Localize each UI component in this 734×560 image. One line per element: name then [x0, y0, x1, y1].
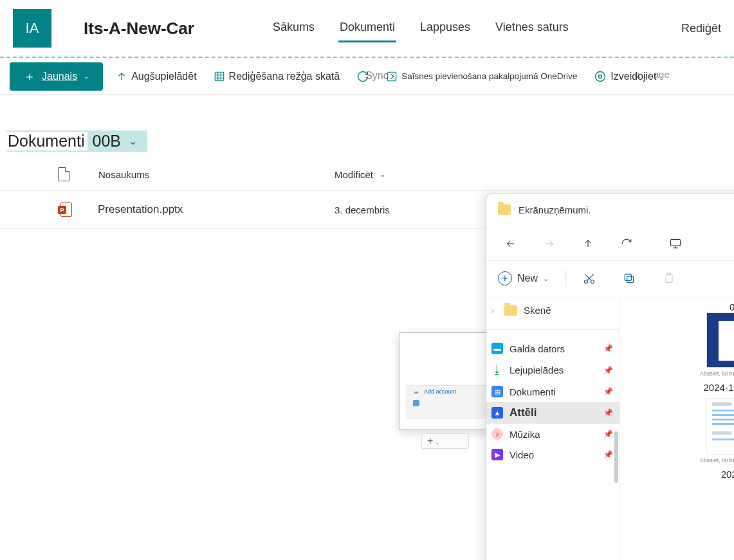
- svg-rect-8: [625, 274, 631, 280]
- tree-desktop[interactable]: ▬ Galda dators 📌: [486, 329, 619, 359]
- folder-icon: [498, 204, 511, 215]
- library-title-a: Dokumenti: [6, 132, 87, 150]
- file-type-icon[interactable]: [58, 167, 69, 181]
- svg-point-3: [599, 75, 602, 78]
- grid-edit-button[interactable]: Rediģēšana režģa skatā: [210, 68, 344, 85]
- chevron-down-icon: ⌄: [84, 73, 89, 80]
- drag-copy-badge: + .: [421, 433, 469, 449]
- explorer-titlebar[interactable]: Ekrānuzņēmumi. ✕: [486, 194, 734, 226]
- download-icon: ⭳: [491, 363, 503, 377]
- explorer-toolbar: + New ⌄: [486, 260, 734, 296]
- upload-button[interactable]: Augšupielādēt: [112, 68, 200, 85]
- screenshot-thumb: [706, 312, 734, 368]
- explorer-tree: › Skenē ▬ Galda dators 📌 ⭳ Lejupielādes …: [486, 296, 620, 560]
- pin-icon[interactable]: 📌: [603, 429, 613, 438]
- plus-circle-icon: +: [498, 271, 512, 285]
- onedrive-shortcut-button[interactable]: Saīsnes pievienošana pakalpojumā OneDriv…: [382, 68, 581, 85]
- edit-link[interactable]: Rediģēt: [681, 22, 721, 35]
- site-header: IA Its-A-New-Car Sākums Dokumenti Lappus…: [0, 0, 734, 58]
- cloud-icon: ☁: [413, 388, 419, 395]
- chevron-down-icon[interactable]: ⌄: [380, 170, 386, 179]
- agent-icon: [594, 70, 607, 83]
- file-explorer-window: Ekrānuzņēmumi. ✕ › + New ⌄ › Skenē ▬: [486, 193, 734, 560]
- paste-icon: [663, 272, 686, 285]
- explorer-new-button[interactable]: + New ⌄: [498, 271, 549, 285]
- item-caption: Atlasiet, lai turpinātu faila lejupielād…: [628, 457, 734, 464]
- pin-icon[interactable]: 📌: [603, 450, 613, 459]
- column-name[interactable]: Nosaukums: [98, 169, 149, 180]
- tree-documents[interactable]: ▤ Dokumenti 📌: [486, 381, 619, 402]
- tree-downloads[interactable]: ⭳ Lejupielādes 📌: [486, 359, 619, 381]
- svg-rect-7: [627, 276, 634, 283]
- new-button-label: Jaunais: [42, 71, 77, 82]
- grid-icon: [214, 71, 225, 82]
- copy-icon[interactable]: [623, 272, 646, 285]
- sync-button[interactable]: Sync: [353, 68, 373, 86]
- column-modified[interactable]: Modificēt: [335, 169, 373, 180]
- svg-rect-0: [215, 72, 224, 81]
- separator: [565, 270, 566, 287]
- pictures-icon: ▲: [491, 407, 503, 419]
- shortcut-label: Saīsnes pievienošana pakalpojumā OneDriv…: [401, 71, 577, 81]
- nav-site-contents[interactable]: Vietnes saturs: [494, 14, 570, 42]
- column-headers: Nosaukums Modificēt ⌄: [0, 158, 734, 191]
- new-button[interactable]: ＋ Jaunais ⌄: [10, 62, 103, 91]
- up-button[interactable]: [569, 231, 607, 257]
- explorer-nav: ›: [486, 226, 734, 260]
- plus-icon: +: [427, 435, 433, 447]
- library-title-dropdown[interactable]: Dokumenti 00B ⌄: [6, 131, 147, 152]
- pin-icon[interactable]: 📌: [603, 408, 613, 417]
- site-title: Its-A-New-Car: [84, 19, 194, 39]
- desktop-icon: ▬: [491, 343, 503, 354]
- create-agent-button[interactable]: Izveidojiet Create an. age: [590, 68, 660, 86]
- this-pc-icon[interactable]: [656, 231, 695, 257]
- explorer-new-label: New: [517, 273, 538, 284]
- back-button[interactable]: [491, 231, 530, 257]
- site-logo[interactable]: IA: [13, 9, 51, 48]
- nav-documents[interactable]: Dokumenti: [338, 14, 396, 42]
- grid-edit-label: Rediģēšana režģa skatā: [229, 71, 340, 82]
- scrollbar[interactable]: [614, 431, 618, 483]
- music-icon: ♪: [491, 428, 503, 440]
- item-date: 2024-12-02 154911: [628, 382, 734, 393]
- documents-icon: ▤: [491, 386, 503, 397]
- svg-rect-1: [387, 72, 396, 81]
- tree-pictures[interactable]: ▲ Attēli 📌: [486, 402, 619, 424]
- file-name[interactable]: Presentation.pptx: [98, 203, 183, 216]
- tree-music[interactable]: ♪ Mūzika 📌: [486, 424, 619, 444]
- video-icon: ▶: [491, 449, 503, 460]
- folder-icon: [504, 305, 517, 316]
- nav-home[interactable]: Sākums: [271, 14, 316, 42]
- chevron-down-icon: ⌄: [543, 275, 549, 283]
- library-header: Dokumenti 00B ⌄: [0, 95, 734, 158]
- upload-label: Augšupielādēt: [131, 71, 196, 82]
- chevron-down-icon: ⌄: [125, 135, 141, 147]
- tree-video[interactable]: ▶ Video 📌: [486, 444, 619, 465]
- tree-scan[interactable]: › Skenē: [486, 300, 619, 320]
- top-nav: Sākums Dokumenti Lappuses Vietnes saturs: [271, 14, 570, 42]
- item-caption: Atlasiet, lai turpinātu faila lejupielād…: [628, 370, 734, 377]
- thumbnail-item[interactable]: 085211 Atlasiet, lai turpinātu faila lej…: [628, 302, 734, 480]
- nav-pages[interactable]: Lappuses: [419, 14, 472, 42]
- drag-preview: ☁ Add account: [399, 332, 495, 430]
- shortcut-icon: [386, 71, 398, 82]
- create-label: Izveidojiet: [610, 71, 656, 82]
- svg-point-5: [585, 280, 588, 284]
- library-title-b: 00B: [91, 132, 121, 150]
- forward-button: [530, 231, 569, 257]
- file-modified: 3. decembris: [335, 204, 390, 215]
- explorer-title: Ekrānuzņēmumi.: [518, 204, 734, 215]
- pin-icon[interactable]: 📌: [603, 366, 613, 375]
- svg-point-6: [591, 280, 594, 284]
- pin-icon[interactable]: 📌: [603, 344, 613, 353]
- command-bar: ＋ Jaunais ⌄ Augšupielādēt Rediģēšana rež…: [0, 58, 734, 95]
- svg-rect-4: [671, 239, 681, 246]
- drag-thumb-text: Add account: [424, 388, 456, 395]
- plus-icon: ＋: [24, 69, 35, 84]
- chevron-right-icon: ›: [491, 307, 498, 314]
- explorer-content: 085211 Atlasiet, lai turpinātu faila lej…: [620, 296, 734, 560]
- refresh-button[interactable]: [607, 231, 646, 257]
- pin-icon[interactable]: 📌: [603, 387, 613, 396]
- cut-icon[interactable]: [583, 272, 606, 285]
- copy-label: .: [436, 435, 438, 447]
